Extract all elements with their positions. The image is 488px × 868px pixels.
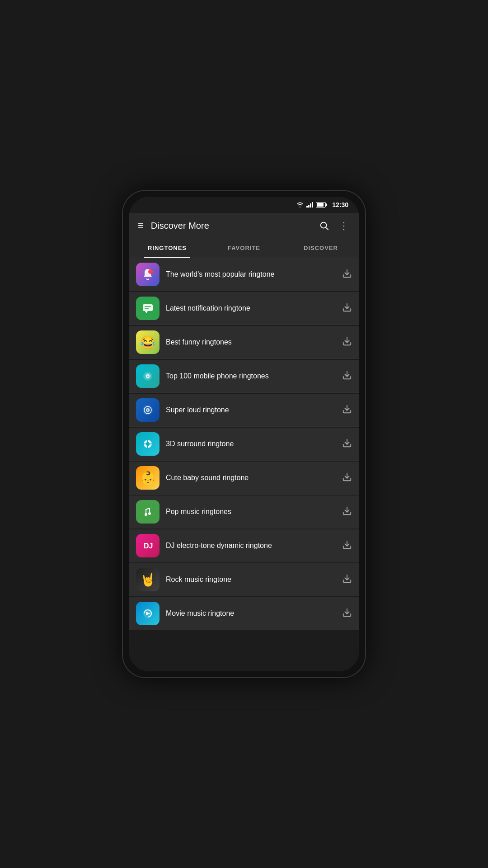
download-icon-5[interactable] [342, 404, 352, 416]
list-item[interactable]: 3D surround ringtone [129, 428, 359, 461]
rock-icon: 🤘 [140, 572, 156, 587]
item-label-9: DJ electro-tone dynamic ringtone [166, 542, 336, 550]
list-item[interactable]: Movie music ringtone [129, 597, 359, 630]
svg-line-1 [326, 227, 328, 230]
svg-point-2 [148, 269, 153, 274]
list-item[interactable]: The world's most popular ringtone [129, 258, 359, 291]
item-icon-1 [136, 263, 160, 286]
item-label-8: Pop music ringtones [166, 508, 336, 516]
download-icon-7[interactable] [342, 472, 352, 484]
item-label-2: Latest notification ringtone [166, 304, 336, 312]
list-item[interactable]: Pop music ringtones [129, 495, 359, 528]
surround-icon [141, 437, 155, 451]
list-item[interactable]: Latest notification ringtone [129, 292, 359, 325]
phone-screen: 12:30 ≡ Discover More ⋮ RINGTONES FAVORI… [129, 197, 359, 671]
bell-icon [141, 267, 155, 282]
list-item[interactable]: 😂 Best funny ringtones [129, 326, 359, 359]
message-icon [141, 301, 155, 316]
item-icon-11 [136, 602, 160, 625]
search-button[interactable] [316, 217, 332, 234]
item-label-5: Super loud ringtone [166, 406, 336, 414]
status-time: 12:30 [332, 201, 348, 208]
download-icon-4[interactable] [342, 370, 352, 382]
item-label-10: Rock music ringtone [166, 576, 336, 584]
wifi-icon [296, 202, 304, 208]
app-title: Discover More [151, 221, 310, 231]
svg-point-23 [145, 513, 147, 516]
item-label-4: Top 100 mobile phone ringtones [166, 372, 336, 380]
download-icon-2[interactable] [342, 302, 352, 315]
item-icon-3: 😂 [136, 330, 160, 354]
status-icons: 12:30 [296, 201, 348, 208]
item-icon-8 [136, 500, 160, 524]
download-icon-6[interactable] [342, 438, 352, 450]
item-label-7: Cute baby sound ringtone [166, 474, 336, 482]
ringtones-list: The world's most popular ringtone [129, 258, 359, 671]
item-label-1: The world's most popular ringtone [166, 270, 336, 278]
svg-point-17 [147, 410, 149, 411]
item-label-3: Best funny ringtones [166, 338, 336, 346]
svg-point-12 [147, 376, 149, 377]
speaker-icon [141, 403, 155, 417]
list-item[interactable]: 👶 Cute baby sound ringtone [129, 462, 359, 495]
tabs-bar: RINGTONES FAVORITE DISCOVER [129, 238, 359, 258]
svg-rect-4 [143, 304, 153, 311]
list-item[interactable]: Top 100 mobile phone ringtones [129, 360, 359, 393]
hamburger-icon[interactable]: ≡ [136, 218, 145, 233]
dj-icon: DJ [141, 538, 155, 553]
item-icon-7: 👶 [136, 466, 160, 490]
baby-icon: 👶 [140, 471, 156, 486]
item-icon-10: 🤘 [136, 568, 160, 591]
tab-ringtones[interactable]: RINGTONES [129, 238, 206, 258]
item-icon-5 [136, 398, 160, 422]
item-icon-9: DJ [136, 534, 160, 557]
signal-icon [306, 202, 313, 208]
item-label-11: Movie music ringtone [166, 609, 336, 618]
battery-icon [316, 202, 326, 208]
music-note2-icon [141, 505, 155, 519]
status-bar: 12:30 [129, 197, 359, 213]
download-icon-9[interactable] [342, 540, 352, 552]
download-icon-11[interactable] [342, 608, 352, 620]
phone-frame: 12:30 ≡ Discover More ⋮ RINGTONES FAVORI… [122, 190, 366, 678]
download-icon-1[interactable] [342, 269, 352, 281]
laugh-icon: 😂 [140, 335, 156, 350]
app-bar: ≡ Discover More ⋮ [129, 213, 359, 238]
svg-point-24 [148, 512, 151, 515]
app-bar-actions: ⋮ [316, 217, 352, 234]
item-label-6: 3D surround ringtone [166, 440, 336, 448]
download-icon-10[interactable] [342, 574, 352, 586]
tab-discover[interactable]: DISCOVER [282, 238, 359, 258]
list-item[interactable]: DJ DJ electro-tone dynamic ringtone [129, 529, 359, 562]
music-note-icon [141, 369, 155, 383]
item-icon-4 [136, 364, 160, 388]
more-options-button[interactable]: ⋮ [336, 217, 352, 234]
movie-icon [141, 606, 155, 621]
download-icon-8[interactable] [342, 506, 352, 518]
item-icon-6 [136, 432, 160, 456]
svg-text:DJ: DJ [144, 542, 153, 550]
download-icon-3[interactable] [342, 336, 352, 349]
list-item[interactable]: Super loud ringtone [129, 394, 359, 427]
item-icon-2 [136, 297, 160, 320]
tab-favorite[interactable]: FAVORITE [206, 238, 282, 258]
svg-point-20 [146, 442, 150, 446]
list-item[interactable]: 🤘 Rock music ringtone [129, 563, 359, 596]
